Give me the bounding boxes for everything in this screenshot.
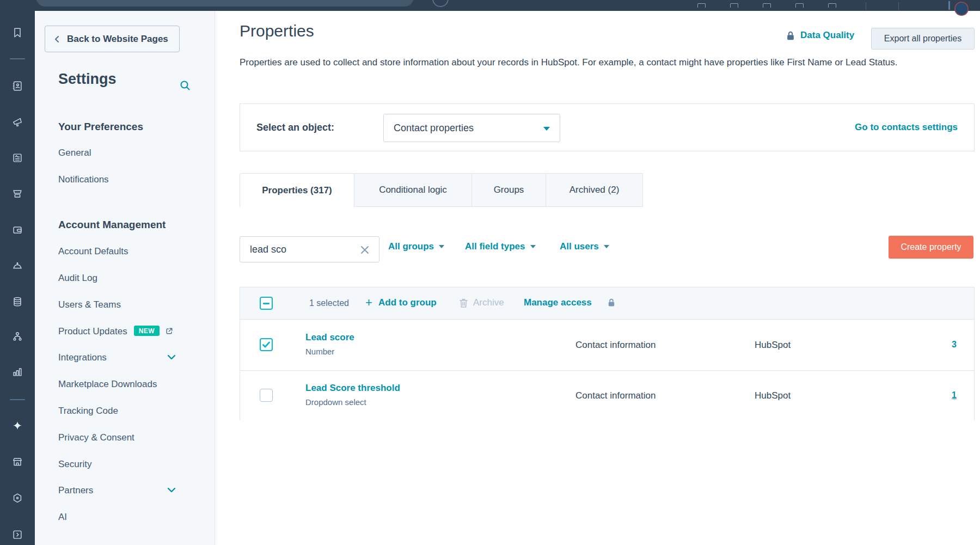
contacts-icon[interactable] (11, 80, 23, 92)
property-type: Number (305, 347, 334, 356)
ai-sparkle-icon[interactable] (11, 420, 23, 432)
property-name-link[interactable]: Lead Score threshold (305, 383, 400, 394)
property-name-link[interactable]: Lead score (305, 332, 354, 343)
topbar-divider (866, 2, 866, 10)
integrations-label: Integrations (58, 352, 107, 363)
back-to-website-pages-button[interactable]: Back to Website Pages (45, 26, 180, 52)
tab-conditional-logic[interactable]: Conditional logic (354, 173, 472, 207)
row-checkbox-unchecked[interactable] (260, 389, 273, 402)
top-nav-bar (0, 0, 980, 11)
sidebar-item-integrations[interactable]: Integrations (58, 352, 195, 363)
settings-icon-top[interactable] (795, 3, 804, 8)
filter-all-field-types[interactable]: All field types (465, 241, 536, 252)
caret-down-icon (543, 127, 550, 131)
new-badge: NEW (134, 326, 160, 336)
wallet-icon[interactable] (11, 224, 23, 236)
created-by-cell: HubSpot (755, 390, 791, 401)
sidebar-item-tracking-code[interactable]: Tracking Code (58, 406, 195, 417)
service-bell-icon[interactable] (11, 260, 23, 272)
hubspot-settings-page: Back to Website Pages Settings Your Pref… (0, 0, 980, 545)
settings-sidebar: Back to Website Pages Settings Your Pref… (35, 11, 215, 545)
notifications-bell-icon[interactable] (730, 3, 738, 8)
archive-button-disabled[interactable]: Archive (473, 297, 504, 308)
property-search-input[interactable] (240, 237, 379, 262)
reporting-chart-icon[interactable] (11, 366, 23, 378)
sidebar-item-partners[interactable]: Partners (58, 485, 195, 496)
selected-count: 1 selected (309, 298, 349, 308)
tab-groups[interactable]: Groups (471, 173, 546, 207)
filter-all-groups[interactable]: All groups (388, 241, 444, 252)
upgrade-icon[interactable] (828, 3, 836, 8)
chevron-down-icon[interactable] (167, 487, 176, 493)
product-updates-label: Product Updates (58, 326, 127, 336)
page-title: Properties (240, 22, 314, 40)
expand-panel-icon[interactable] (11, 529, 23, 541)
user-avatar[interactable] (954, 2, 969, 16)
select-object-label: Select an object: (256, 122, 334, 133)
select-all-checkbox[interactable] (260, 297, 273, 310)
clear-search-icon[interactable] (359, 244, 370, 255)
sidebar-item-account-defaults[interactable]: Account Defaults (58, 246, 195, 257)
database-icon[interactable] (11, 296, 23, 308)
data-quality-link[interactable]: Data Quality (800, 30, 854, 41)
used-in-count-link[interactable]: 1 (952, 390, 957, 400)
tab-archived[interactable]: Archived (2) (546, 173, 643, 207)
caret-down-icon (530, 245, 536, 248)
caret-down-icon (604, 245, 609, 248)
row-checkbox-checked[interactable] (260, 338, 273, 351)
help-icon[interactable] (763, 3, 771, 8)
rail-divider (10, 399, 25, 400)
created-by-cell: HubSpot (755, 340, 791, 351)
export-all-properties-button[interactable]: Export all properties (871, 28, 975, 50)
property-search-box (240, 236, 379, 262)
apps-grid-icon[interactable] (697, 3, 706, 8)
create-property-button[interactable]: Create property (889, 236, 973, 259)
settings-title: Settings (58, 71, 117, 88)
sidebar-item-ai[interactable]: AI (58, 512, 195, 523)
property-group-cell: Contact information (575, 340, 656, 351)
sidebar-item-notifications[interactable]: Notifications (58, 174, 195, 185)
sidebar-item-users-teams[interactable]: Users & Teams (58, 299, 195, 310)
trash-icon (459, 298, 468, 308)
topbar-indicator (948, 1, 950, 10)
manage-access-button[interactable]: Manage access (524, 297, 592, 308)
add-to-group-button[interactable]: Add to group (378, 297, 437, 308)
tab-properties[interactable]: Properties (317) (240, 173, 354, 207)
chevron-down-icon[interactable] (167, 354, 176, 360)
marketing-megaphone-icon[interactable] (11, 116, 23, 128)
indeterminate-mark (263, 303, 270, 304)
lock-icon (786, 30, 795, 41)
page-description: Properties are used to collect and store… (240, 54, 953, 71)
object-selector-panel: Select an object: Contact properties Go … (240, 103, 975, 151)
marketplace-store-icon[interactable] (11, 456, 23, 468)
commerce-icon[interactable] (11, 188, 23, 200)
sidebar-item-general[interactable]: General (58, 148, 195, 158)
bookmark-icon[interactable] (11, 27, 23, 39)
settings-gear-icon[interactable] (11, 492, 23, 504)
table-row-lead-score-threshold: Lead Score threshold Dropdown select Con… (240, 370, 974, 420)
content-page-icon[interactable] (11, 152, 23, 164)
app-icon-rail (0, 0, 35, 545)
property-type: Dropdown select (305, 397, 366, 407)
filter-all-users[interactable]: All users (560, 241, 609, 252)
sidebar-item-audit-log[interactable]: Audit Log (58, 273, 195, 284)
object-dropdown[interactable]: Contact properties (383, 114, 560, 142)
sidebar-item-product-updates[interactable]: Product UpdatesNEW (58, 326, 195, 337)
help-circle-icon[interactable] (432, 0, 449, 7)
back-button-label: Back to Website Pages (67, 34, 168, 45)
used-in-count-link[interactable]: 3 (952, 340, 957, 350)
external-link-icon (165, 327, 174, 335)
chevron-left-icon (53, 35, 61, 44)
lock-icon (607, 298, 616, 308)
object-dropdown-value: Contact properties (394, 123, 474, 134)
global-search-input[interactable] (36, 0, 414, 7)
go-to-contacts-settings-link[interactable]: Go to contacts settings (855, 122, 958, 133)
automations-workflow-icon[interactable] (11, 330, 23, 342)
sidebar-item-privacy-consent[interactable]: Privacy & Consent (58, 432, 195, 443)
table-row-lead-score: Lead score Number Contact information Hu… (240, 319, 974, 370)
sidebar-item-security[interactable]: Security (58, 459, 195, 470)
sidebar-search-icon[interactable] (179, 79, 192, 92)
property-group-cell: Contact information (575, 390, 656, 401)
sidebar-item-marketplace-downloads[interactable]: Marketplace Downloads (58, 379, 195, 390)
topbar-divider (898, 2, 899, 10)
